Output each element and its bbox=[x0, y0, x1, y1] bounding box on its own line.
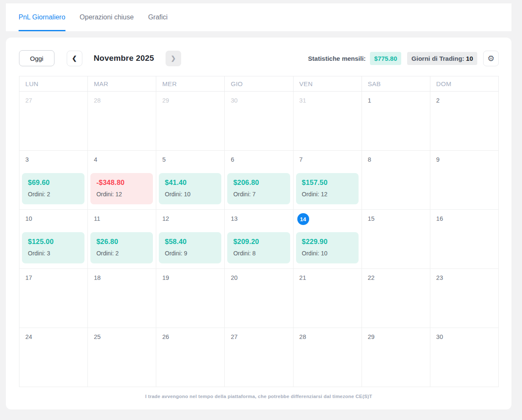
day-pnl-value: $69.60 bbox=[28, 179, 84, 187]
day-pnl-chip[interactable]: $209.20Ordini: 8 bbox=[227, 232, 290, 263]
day-number: 28 bbox=[299, 333, 306, 340]
weekday-header-lun: LUN bbox=[19, 76, 88, 92]
day-number: 16 bbox=[436, 215, 443, 222]
today-button[interactable]: Oggi bbox=[19, 50, 54, 66]
calendar-day-cell: 29 bbox=[156, 92, 225, 151]
day-number: 13 bbox=[231, 215, 237, 222]
day-orders-count: Ordini: 2 bbox=[28, 191, 84, 198]
day-number: 23 bbox=[436, 274, 443, 281]
day-pnl-chip[interactable]: $229.90Ordini: 10 bbox=[296, 232, 359, 263]
tab-grafici[interactable]: Grafici bbox=[148, 3, 168, 31]
day-number: 6 bbox=[231, 156, 234, 163]
calendar-day-cell: 16 bbox=[430, 210, 499, 269]
day-pnl-value: -$348.80 bbox=[96, 179, 153, 187]
weekday-header-sab: SAB bbox=[362, 76, 430, 92]
calendar-day-cell: 19 bbox=[156, 269, 225, 328]
day-orders-count: Ordini: 8 bbox=[233, 250, 290, 257]
day-number: 17 bbox=[25, 274, 32, 281]
day-pnl-value: $125.00 bbox=[28, 238, 84, 246]
day-pnl-value: $41.40 bbox=[165, 179, 221, 187]
calendar-day-cell: 30 bbox=[225, 92, 293, 151]
calendar-day-cell: 3$69.60Ordini: 2 bbox=[19, 151, 88, 210]
day-number: 31 bbox=[299, 97, 306, 104]
day-pnl-chip[interactable]: $125.00Ordini: 3 bbox=[22, 232, 84, 263]
day-number: 2 bbox=[436, 97, 440, 104]
day-number: 24 bbox=[25, 333, 32, 340]
gear-icon: ⚙ bbox=[487, 54, 495, 62]
calendar-day-cell: 5$41.40Ordini: 10 bbox=[156, 151, 225, 210]
day-orders-count: Ordini: 10 bbox=[302, 250, 359, 257]
calendar-day-cell: 11$26.80Ordini: 2 bbox=[88, 210, 156, 269]
day-number: 29 bbox=[368, 333, 375, 340]
day-pnl-chip[interactable]: -$348.80Ordini: 12 bbox=[90, 173, 153, 204]
day-number: 25 bbox=[94, 333, 101, 340]
monthly-pnl-badge: $775.80 bbox=[370, 52, 401, 65]
weekday-header-gio: GIO bbox=[225, 76, 293, 92]
month-title: Novembre 2025 bbox=[94, 54, 154, 63]
day-number: 1 bbox=[368, 97, 371, 104]
calendar-day-cell: 20 bbox=[225, 269, 293, 328]
day-number: 10 bbox=[25, 215, 32, 222]
calendar-day-cell: 8 bbox=[362, 151, 430, 210]
tab-bar: PnL Giornaliero Operazioni chiuse Grafic… bbox=[6, 3, 511, 31]
day-orders-count: Ordini: 12 bbox=[96, 191, 153, 198]
calendar-day-cell: 23 bbox=[430, 269, 499, 328]
day-pnl-value: $229.90 bbox=[302, 238, 359, 246]
calendar-day-cell: 4-$348.80Ordini: 12 bbox=[88, 151, 156, 210]
calendar-grid: LUN MAR MER GIO VEN SAB DOM 272829303112… bbox=[19, 76, 499, 387]
today-day-number: 14 bbox=[297, 213, 309, 225]
previous-month-button[interactable]: ❮ bbox=[67, 51, 82, 66]
day-pnl-chip[interactable]: $206.80Ordini: 7 bbox=[227, 173, 290, 204]
calendar-day-cell: 24 bbox=[19, 328, 88, 387]
day-number: 9 bbox=[436, 156, 440, 163]
weekday-header-ven: VEN bbox=[294, 76, 362, 92]
calendar-day-cell: 9 bbox=[430, 151, 499, 210]
calendar-day-cell: 27 bbox=[225, 328, 293, 387]
day-number: 12 bbox=[162, 215, 169, 222]
calendar-day-cell: 14$229.90Ordini: 10 bbox=[294, 210, 362, 269]
day-number: 29 bbox=[162, 97, 169, 104]
day-number: 3 bbox=[25, 156, 29, 163]
day-orders-count: Ordini: 2 bbox=[96, 250, 153, 257]
day-number: 4 bbox=[94, 156, 97, 163]
tab-operazioni-chiuse[interactable]: Operazioni chiuse bbox=[80, 3, 134, 31]
calendar-day-cell: 28 bbox=[294, 328, 362, 387]
day-number: 21 bbox=[299, 274, 306, 281]
day-number: 11 bbox=[94, 215, 100, 222]
monthly-stats: Statistiche mensili: $775.80 Giorni di T… bbox=[308, 51, 499, 66]
day-pnl-chip[interactable]: $26.80Ordini: 2 bbox=[90, 232, 153, 263]
day-number: 30 bbox=[231, 97, 237, 104]
day-orders-count: Ordini: 3 bbox=[28, 250, 84, 257]
calendar-day-cell: 27 bbox=[19, 92, 88, 151]
chevron-left-icon: ❮ bbox=[72, 55, 77, 61]
trading-days-label: Giorni di Trading: bbox=[411, 55, 464, 62]
calendar-card: Oggi ❮ Novembre 2025 ❯ Statistiche mensi… bbox=[6, 38, 511, 409]
calendar-day-cell: 6$206.80Ordini: 7 bbox=[225, 151, 293, 210]
day-pnl-chip[interactable]: $58.40Ordini: 9 bbox=[159, 232, 221, 263]
day-pnl-value: $58.40 bbox=[165, 238, 221, 246]
calendar-day-cell: 30 bbox=[430, 328, 499, 387]
day-number: 22 bbox=[368, 274, 375, 281]
calendar-day-cell: 1 bbox=[362, 92, 430, 151]
next-month-button[interactable]: ❯ bbox=[166, 51, 181, 66]
day-number: 20 bbox=[231, 274, 237, 281]
weekday-header-mer: MER bbox=[156, 76, 225, 92]
calendar-day-cell: 2 bbox=[430, 92, 499, 151]
day-pnl-chip[interactable]: $41.40Ordini: 10 bbox=[159, 173, 221, 204]
calendar-day-cell: 21 bbox=[294, 269, 362, 328]
day-number: 19 bbox=[162, 274, 169, 281]
calendar-day-cell: 25 bbox=[88, 328, 156, 387]
day-pnl-value: $157.50 bbox=[302, 179, 359, 187]
day-pnl-chip[interactable]: $69.60Ordini: 2 bbox=[22, 173, 84, 204]
tab-pnl-giornaliero[interactable]: PnL Giornaliero bbox=[19, 3, 65, 31]
settings-button[interactable]: ⚙ bbox=[483, 51, 499, 66]
monthly-stats-label: Statistiche mensili: bbox=[308, 55, 366, 62]
day-number: 7 bbox=[299, 156, 303, 163]
trading-days-badge: Giorni di Trading:10 bbox=[407, 52, 477, 65]
day-orders-count: Ordini: 12 bbox=[302, 191, 359, 198]
chevron-right-icon: ❯ bbox=[171, 55, 176, 61]
day-pnl-chip[interactable]: $157.50Ordini: 12 bbox=[296, 173, 359, 204]
day-number: 28 bbox=[94, 97, 101, 104]
day-number: 5 bbox=[162, 156, 166, 163]
calendar-day-cell: 7$157.50Ordini: 12 bbox=[294, 151, 362, 210]
